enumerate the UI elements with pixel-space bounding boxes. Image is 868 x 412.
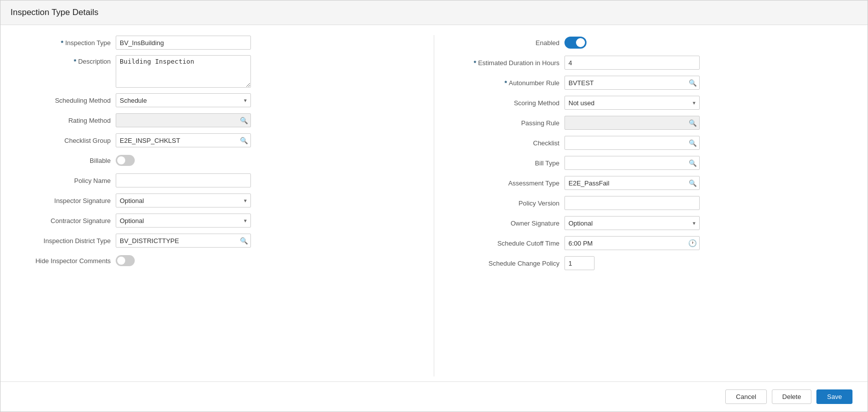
- scoring-method-label: Scoring Method: [449, 99, 564, 107]
- enabled-label: Enabled: [449, 39, 564, 47]
- bill-type-label: Bill Type: [449, 159, 564, 167]
- inspector-signature-select-wrapper: Optional Required Not Required ▾: [116, 193, 251, 208]
- estimated-duration-label: Estimated Duration in Hours: [449, 59, 564, 67]
- rating-method-input[interactable]: [116, 113, 251, 127]
- schedule-change-policy-input[interactable]: [564, 256, 595, 270]
- scoring-method-select-wrapper: Not used Points Percentage ▾: [564, 96, 700, 110]
- passing-rule-label: Passing Rule: [449, 119, 564, 127]
- checklist-search-wrapper: 🔍: [564, 136, 700, 150]
- form-body: Inspection Type Description Building Ins…: [1, 25, 867, 381]
- page-footer: Cancel Delete Save: [1, 381, 867, 411]
- hide-inspector-comments-label: Hide Inspector Comments: [16, 257, 116, 265]
- policy-name-input[interactable]: [116, 173, 251, 187]
- contractor-signature-label: Contractor Signature: [16, 217, 116, 225]
- checklist-group-search-icon[interactable]: 🔍: [240, 137, 248, 144]
- contractor-signature-row: Contractor Signature Optional Required N…: [16, 213, 419, 228]
- passing-rule-search-wrapper: 🔍: [564, 116, 700, 130]
- schedule-change-policy-row: Schedule Change Policy: [449, 256, 852, 271]
- description-textarea[interactable]: Building Inspection: [116, 55, 251, 88]
- checklist-input[interactable]: [564, 136, 700, 150]
- checklist-group-row: Checklist Group 🔍: [16, 133, 419, 148]
- assessment-type-input[interactable]: [564, 176, 700, 190]
- passing-rule-search-icon[interactable]: 🔍: [689, 119, 697, 127]
- hide-inspector-comments-slider: [116, 255, 135, 266]
- inspection-type-label: Inspection Type: [16, 39, 116, 47]
- checklist-group-input[interactable]: [116, 133, 251, 147]
- right-column: Enabled Estimated Duration in Hours Auto…: [449, 35, 852, 376]
- left-column: Inspection Type Description Building Ins…: [16, 35, 419, 376]
- billable-label: Billable: [16, 157, 116, 164]
- scheduling-method-select-wrapper: Schedule Manual Auto ▾: [116, 93, 251, 107]
- scheduling-method-row: Scheduling Method Schedule Manual Auto ▾: [16, 93, 419, 108]
- schedule-cutoff-time-wrapper: 🕐: [564, 236, 700, 250]
- billable-row: Billable: [16, 153, 419, 168]
- assessment-type-label: Assessment Type: [449, 179, 564, 187]
- inspection-district-type-search-wrapper: 🔍: [116, 234, 251, 248]
- description-row: Description Building Inspection: [16, 55, 419, 88]
- bill-type-search-icon[interactable]: 🔍: [689, 159, 697, 167]
- autonumber-rule-label: Autonumber Rule: [449, 79, 564, 87]
- assessment-type-row: Assessment Type 🔍: [449, 175, 852, 190]
- policy-version-row: Policy Version: [449, 195, 852, 211]
- checklist-group-label: Checklist Group: [16, 137, 116, 144]
- schedule-cutoff-time-input[interactable]: [564, 236, 700, 250]
- description-label: Description: [16, 55, 116, 65]
- autonumber-rule-row: Autonumber Rule 🔍: [449, 75, 852, 90]
- inspection-type-input[interactable]: [116, 36, 251, 50]
- autonumber-rule-search-wrapper: 🔍: [564, 76, 700, 90]
- autonumber-rule-search-icon[interactable]: 🔍: [689, 79, 697, 87]
- inspection-district-type-label: Inspection District Type: [16, 237, 116, 245]
- inspector-signature-row: Inspector Signature Optional Required No…: [16, 193, 419, 208]
- rating-method-search-wrapper: 🔍: [116, 113, 251, 127]
- cancel-button[interactable]: Cancel: [725, 389, 766, 404]
- contractor-signature-select[interactable]: Optional Required Not Required: [116, 214, 251, 228]
- estimated-duration-input[interactable]: [564, 56, 700, 70]
- estimated-duration-row: Estimated Duration in Hours: [449, 55, 852, 70]
- page-title: Inspection Type Details: [11, 8, 98, 17]
- owner-signature-select-wrapper: Optional Required Not Required ▾: [564, 216, 700, 230]
- policy-version-label: Policy Version: [449, 199, 564, 207]
- bill-type-input[interactable]: [564, 156, 700, 170]
- enabled-toggle[interactable]: [564, 37, 587, 49]
- inspector-signature-label: Inspector Signature: [16, 197, 116, 204]
- passing-rule-row: Passing Rule 🔍: [449, 115, 852, 130]
- save-button[interactable]: Save: [816, 389, 852, 404]
- scheduling-method-select[interactable]: Schedule Manual Auto: [116, 93, 251, 107]
- rating-method-search-icon[interactable]: 🔍: [240, 117, 248, 124]
- scoring-method-select[interactable]: Not used Points Percentage: [564, 96, 700, 110]
- billable-slider: [116, 155, 135, 166]
- autonumber-rule-input[interactable]: [564, 76, 700, 90]
- bill-type-row: Bill Type 🔍: [449, 155, 852, 170]
- inspection-district-type-input[interactable]: [116, 234, 251, 248]
- owner-signature-select[interactable]: Optional Required Not Required: [564, 216, 700, 230]
- rating-method-row: Rating Method 🔍: [16, 113, 419, 128]
- checklist-row: Checklist 🔍: [449, 135, 852, 150]
- assessment-type-search-icon[interactable]: 🔍: [689, 179, 697, 187]
- rating-method-label: Rating Method: [16, 117, 116, 124]
- inspection-district-type-search-icon[interactable]: 🔍: [240, 237, 248, 245]
- checklist-label: Checklist: [449, 139, 564, 147]
- billable-toggle[interactable]: [116, 155, 135, 166]
- enabled-slider: [564, 37, 587, 49]
- schedule-change-policy-label: Schedule Change Policy: [449, 260, 564, 267]
- policy-name-label: Policy Name: [16, 177, 116, 184]
- checklist-search-icon[interactable]: 🔍: [689, 139, 697, 147]
- schedule-cutoff-time-row: Schedule Cutoff Time 🕐: [449, 236, 852, 251]
- owner-signature-label: Owner Signature: [449, 220, 564, 227]
- page-header: Inspection Type Details: [1, 1, 867, 25]
- passing-rule-input[interactable]: [564, 116, 700, 130]
- inspection-type-row: Inspection Type: [16, 35, 419, 50]
- column-divider: [434, 35, 434, 376]
- enabled-row: Enabled: [449, 35, 852, 50]
- hide-inspector-comments-row: Hide Inspector Comments: [16, 253, 419, 268]
- checklist-group-search-wrapper: 🔍: [116, 133, 251, 147]
- contractor-signature-select-wrapper: Optional Required Not Required ▾: [116, 214, 251, 228]
- hide-inspector-comments-toggle[interactable]: [116, 255, 135, 266]
- policy-name-row: Policy Name: [16, 173, 419, 188]
- scheduling-method-label: Scheduling Method: [16, 97, 116, 104]
- inspector-signature-select[interactable]: Optional Required Not Required: [116, 193, 251, 208]
- scoring-method-row: Scoring Method Not used Points Percentag…: [449, 95, 852, 110]
- delete-button[interactable]: Delete: [772, 389, 812, 404]
- owner-signature-row: Owner Signature Optional Required Not Re…: [449, 216, 852, 231]
- policy-version-input[interactable]: [564, 196, 700, 210]
